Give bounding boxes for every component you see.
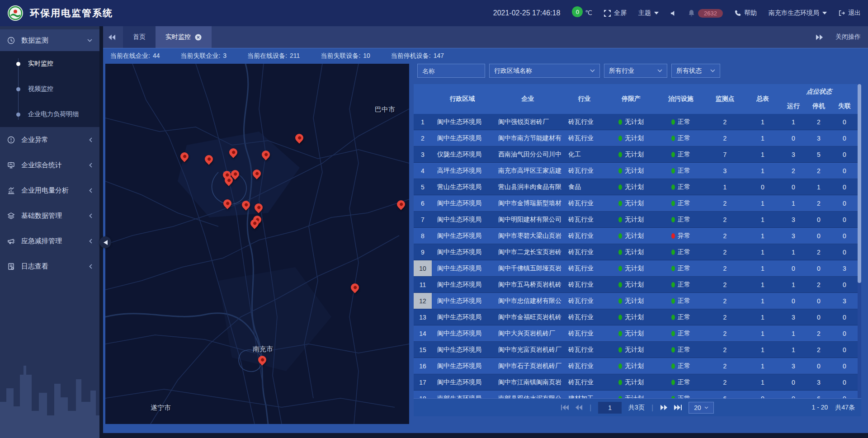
page-number-input[interactable]: 1: [598, 402, 622, 414]
cell-meter-count: 1: [745, 163, 781, 179]
status-text: 无计划: [625, 183, 644, 191]
table-row[interactable]: 12阆中生态环境局阆中市忠信建材有限公砖瓦行业无计划正常21003: [414, 293, 858, 309]
cell-industry: 砖瓦行业: [563, 277, 606, 292]
sidebar-subitem-0-1[interactable]: 视频监控: [0, 76, 99, 102]
table-row[interactable]: 3仪陇生态环境局西南油气田分公司川中化工无计划正常71350: [414, 146, 858, 163]
notifications[interactable]: 2632: [688, 9, 723, 18]
chevron-left-icon: [89, 264, 92, 269]
row-index: 17: [414, 374, 432, 390]
sidebar-group-1[interactable]: 企业异常: [0, 127, 99, 152]
table-row[interactable]: 6阆中生态环境局阆中市金博瑞新型墙材砖瓦行业无计划正常21120: [414, 195, 858, 212]
table-body: 1阆中生态环境局阆中强锐页岩砖厂砖瓦行业无计划正常211202阆中生态环境局阆中…: [414, 114, 858, 398]
tab-label: 首页: [133, 33, 146, 41]
help-button[interactable]: 帮助: [735, 9, 757, 17]
sidebar-group-5[interactable]: 应急减排管理: [0, 228, 99, 254]
first-page-button[interactable]: [561, 405, 569, 410]
sidebar-group-0[interactable]: 数据监测: [0, 29, 99, 51]
status-dot-green: [671, 315, 675, 320]
cell-industry: 化工: [563, 146, 606, 162]
board-icon: [7, 161, 15, 169]
status-dot-green: [671, 363, 675, 369]
table-row[interactable]: 15阆中生态环境局阆中市光富页岩机砖厂砖瓦行业无计划正常21120: [414, 342, 858, 358]
cell-region: 阆中生态环境局: [432, 309, 493, 325]
org-dropdown[interactable]: 南充市生态环境局: [769, 9, 827, 17]
total-records-label: 共47条: [835, 404, 855, 412]
name-search-input[interactable]: [417, 64, 485, 78]
scrollbar-thumb[interactable]: [858, 84, 861, 283]
tab-realtime-monitor[interactable]: 实时监控: [156, 26, 212, 48]
status-text: 正常: [678, 199, 690, 207]
sidebar-group-4[interactable]: 基础数据管理: [0, 203, 99, 228]
table-row[interactable]: 14阆中生态环境局阆中大兴页岩机砖厂砖瓦行业无计划正常21120: [414, 325, 858, 342]
table-row[interactable]: 1阆中生态环境局阆中强锐页岩砖厂砖瓦行业无计划正常21120: [414, 114, 858, 130]
table-row[interactable]: 2阆中生态环境局阆中市南方节能建材有砖瓦行业无计划正常21030: [414, 130, 858, 146]
map-view[interactable]: 巴中市南充市遂宁市: [105, 64, 409, 424]
table-row[interactable]: 11阆中生态环境局阆中市五马桥页岩机砖砖瓦行业无计划正常21120: [414, 277, 858, 293]
status-text: 正常: [678, 264, 690, 273]
logout-button[interactable]: 退出: [839, 9, 861, 17]
table-row[interactable]: 4高坪生态环境局南充市高坪区王家店建砖瓦行业无计划正常31220: [414, 163, 858, 179]
sound-button[interactable]: [670, 10, 676, 16]
table-row[interactable]: 17阆中生态环境局阆中市江南镇阆南页岩砖瓦行业无计划正常21030: [414, 374, 858, 391]
sidebar-group-label: 基础数据管理: [21, 212, 62, 220]
row-index: 12: [414, 293, 432, 309]
cell-region: 阆中生态环境局: [432, 195, 493, 211]
tab-close-icon[interactable]: [195, 34, 202, 41]
cell-company: 阆中市金博瑞新型墙材: [493, 195, 563, 211]
table-row[interactable]: 7阆中生态环境局阆中明阳建材有限公司砖瓦行业无计划正常21300: [414, 212, 858, 228]
close-operations-button[interactable]: 关闭操作: [835, 33, 861, 41]
cell-region: 阆中生态环境局: [432, 293, 493, 309]
table-row[interactable]: 13阆中生态环境局阆中市金福旺页岩机砖砖瓦行业无计划正常21300: [414, 309, 858, 325]
sidebar-group-2[interactable]: 企业综合统计: [0, 152, 99, 178]
theme-dropdown[interactable]: 主题: [638, 9, 659, 17]
sidebar-group-6[interactable]: 日志查看: [0, 254, 99, 279]
status-text: 无计划: [625, 281, 644, 289]
table-row[interactable]: 5营山生态环境局营山县润丰肉食品有限食品无计划正常10010: [414, 179, 858, 195]
cell-stop-count: 1: [806, 179, 831, 195]
status-dot-green: [618, 152, 622, 157]
cell-facility-status: 正常: [656, 260, 705, 276]
prev-page-button[interactable]: [576, 405, 583, 410]
tabs-scroll-left-button[interactable]: [108, 34, 116, 40]
tabs-scroll-right-button[interactable]: [816, 34, 823, 40]
sidebar-subitem-0-2[interactable]: 企业电力负荷明细: [0, 102, 99, 127]
gauge-icon: [7, 37, 15, 44]
last-page-button[interactable]: [674, 405, 682, 410]
table-row[interactable]: 8阆中生态环境局阆中市枣碧大梁山页岩砖瓦行业无计划异常21300: [414, 228, 858, 244]
alert-icon: [7, 136, 15, 144]
cell-facility-status: 正常: [656, 325, 705, 341]
industry-select[interactable]: 所有行业: [604, 64, 667, 78]
next-page-button[interactable]: [660, 405, 667, 410]
cell-meter-count: 0: [745, 179, 781, 195]
cell-meter-count: 1: [745, 146, 781, 162]
tab-bar-right: 关闭操作: [816, 33, 861, 41]
cell-company: 南部县双佳水泥有限公: [493, 391, 563, 398]
cell-meter-count: 1: [745, 277, 781, 292]
status-select[interactable]: 所有状态: [671, 64, 720, 78]
status-dot-green: [618, 201, 622, 206]
sidebar-group-3[interactable]: 企业用电量分析: [0, 178, 99, 203]
status-dot-green: [618, 315, 622, 320]
page-size-select[interactable]: 20: [689, 402, 714, 414]
layers-icon: [7, 212, 15, 220]
cell-facility-status: 正常: [656, 146, 705, 162]
table-row[interactable]: 16阆中生态环境局阆中市石子页岩机砖厂砖瓦行业无计划正常21300: [414, 358, 858, 374]
table-row[interactable]: 18南部生态环境局南部县双佳水泥有限公建材加工无计划正常60060: [414, 391, 858, 398]
column-header-region: 行政区域: [432, 84, 493, 114]
sidebar-nav: 数据监测实时监控视频监控企业电力负荷明细企业异常企业综合统计企业用电量分析基础数…: [0, 26, 99, 438]
stat-value: 147: [434, 52, 444, 60]
cell-company: 西南油气田分公司川中: [493, 146, 563, 162]
tab-home[interactable]: 首页: [123, 26, 156, 48]
sidebar-subitem-0-0[interactable]: 实时监控: [0, 51, 99, 76]
table-row[interactable]: 10阆中生态环境局阆中千佛镇五郎垭页岩砖瓦行业无计划正常21003: [414, 260, 858, 277]
column-header-monitor: 监测点: [705, 84, 745, 114]
cell-plan-status: 无计划: [606, 374, 656, 390]
region-select[interactable]: 行政区域名称: [489, 64, 600, 78]
fullscreen-icon: [604, 10, 611, 17]
fullscreen-button[interactable]: 全屏: [604, 9, 627, 17]
status-text: 正常: [678, 134, 690, 142]
map-panel-collapse-button[interactable]: [99, 236, 111, 248]
table-row[interactable]: 9阆中生态环境局阆中市二龙长宝页岩砖砖瓦行业无计划正常21120: [414, 244, 858, 260]
table-scrollbar[interactable]: [858, 84, 861, 398]
cell-monitor-count: 2: [705, 342, 745, 358]
